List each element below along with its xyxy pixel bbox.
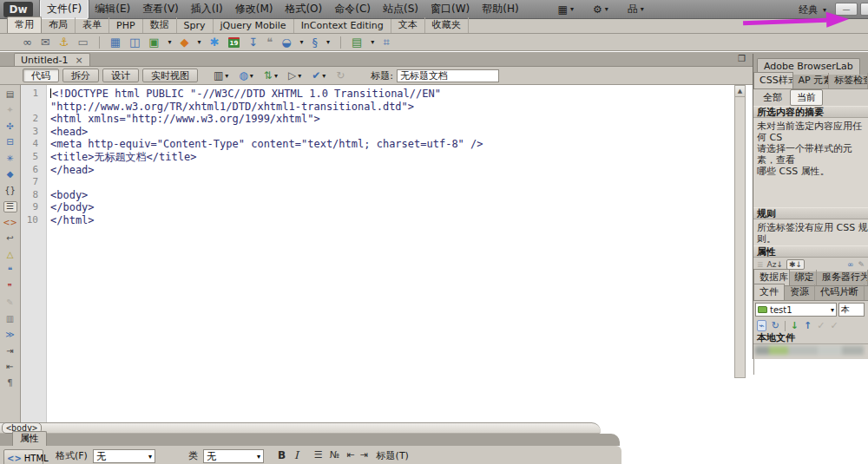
vertical-scrollbar[interactable]: ▲: [734, 85, 746, 378]
menu-view[interactable]: 查看(V): [136, 0, 185, 18]
tab-common[interactable]: 常用: [7, 16, 42, 33]
maximize-button[interactable]: [860, 3, 868, 16]
tab-jquery-mobile[interactable]: jQuery Mobile: [214, 19, 294, 33]
class-dropdown[interactable]: 无 ▾: [203, 449, 264, 463]
tab-ap-elements[interactable]: AP 元素: [793, 73, 830, 88]
collapse-selection-icon[interactable]: ⊟: [3, 137, 17, 148]
check-in-icon[interactable]: ✓: [831, 321, 838, 330]
scroll-up-icon[interactable]: ▲: [735, 86, 745, 97]
move-css-icon[interactable]: ≫: [3, 330, 17, 341]
apply-comment-icon[interactable]: ❝: [3, 265, 17, 277]
tab-layout[interactable]: 布局: [42, 17, 76, 33]
script-icon[interactable]: §: [312, 36, 319, 48]
table-icon[interactable]: ▦: [110, 36, 121, 48]
current-mode-button[interactable]: 当前: [790, 89, 823, 106]
head-icon[interactable]: ◒: [281, 36, 291, 48]
remove-comment-icon[interactable]: ❞: [3, 281, 17, 292]
put-files-icon[interactable]: ↑: [804, 321, 812, 330]
tab-forms[interactable]: 表单: [76, 17, 109, 33]
html-mode-button[interactable]: <> HTML: [3, 449, 43, 464]
format-dropdown[interactable]: 无 ▾: [93, 449, 155, 463]
ordered-list-icon[interactable]: №: [330, 449, 339, 461]
edit-rule-icon[interactable]: ✎: [858, 260, 865, 269]
extend-gear-icon[interactable]: ⚙▾: [593, 3, 608, 16]
tab-data[interactable]: 数据: [143, 17, 177, 33]
file-row-redacted[interactable]: [753, 344, 868, 356]
live-view-options-icon[interactable]: ▷▾: [288, 69, 301, 82]
outdent-icon[interactable]: ⇤: [3, 362, 17, 373]
tag-chooser-icon[interactable]: ⌗: [383, 36, 389, 48]
widget-icon[interactable]: ✱: [210, 36, 220, 48]
indent-text-icon[interactable]: ⇥: [359, 449, 367, 461]
menu-edit[interactable]: 编辑(E): [89, 0, 136, 18]
highlight-invalid-code-icon[interactable]: <>: [3, 217, 17, 228]
connect-remote-icon[interactable]: ⌁: [757, 320, 766, 331]
sort-az-icon[interactable]: Az↓: [767, 260, 783, 269]
italic-button[interactable]: I: [294, 449, 299, 461]
menu-help[interactable]: 帮助(H): [476, 0, 524, 18]
site-setup-icon[interactable]: 品▾: [628, 2, 644, 16]
code-navigator-icon[interactable]: ✦: [3, 105, 17, 116]
comment-icon[interactable]: ❝: [266, 36, 273, 48]
refresh-files-icon[interactable]: ↻: [772, 321, 779, 330]
tab-bindings[interactable]: 绑定: [790, 270, 817, 285]
menu-commands[interactable]: 命令(C): [328, 0, 377, 18]
menu-window[interactable]: 窗口(W): [424, 0, 476, 18]
file-management-icon[interactable]: ⇅▾: [264, 69, 278, 82]
open-documents-icon[interactable]: ▤: [3, 88, 17, 100]
code-view-button[interactable]: 代码: [23, 69, 59, 82]
format-source-code-icon[interactable]: ¶: [3, 377, 17, 389]
chevron-down-icon[interactable]: ▾: [300, 38, 304, 46]
show-category-view-icon[interactable]: ≣: [757, 260, 764, 269]
chevron-down-icon[interactable]: ▾: [326, 38, 330, 46]
wrap-tag-icon[interactable]: ✎: [3, 297, 17, 309]
w3c-validation-icon[interactable]: ✔▾: [312, 69, 326, 82]
chevron-down-icon[interactable]: ▾: [198, 38, 201, 46]
tab-css-styles[interactable]: CSS样式: [753, 72, 793, 88]
refresh-icon[interactable]: ↻: [336, 69, 345, 82]
tab-text[interactable]: 文本: [391, 17, 425, 33]
tab-snippets[interactable]: 代码片断: [815, 284, 865, 300]
document-tab[interactable]: Untitled-1 ×: [14, 53, 90, 66]
float-panel-icon[interactable]: ❐: [738, 54, 746, 63]
horizontal-rule-icon[interactable]: ▭: [77, 36, 88, 48]
bold-button[interactable]: B: [278, 449, 286, 461]
email-link-icon[interactable]: ✉: [41, 36, 50, 48]
collapse-full-tag-icon[interactable]: ✣: [3, 121, 17, 132]
preview-browser-icon[interactable]: ◍▾: [239, 69, 253, 82]
close-icon[interactable]: ×: [75, 55, 82, 66]
chevron-down-icon[interactable]: ▾: [168, 38, 172, 46]
menu-format[interactable]: 格式(O): [279, 0, 328, 18]
get-files-icon[interactable]: ↓: [791, 321, 799, 330]
menu-modify[interactable]: 修改(M): [229, 0, 279, 18]
server-include-icon[interactable]: ↧: [248, 36, 258, 48]
local-view-dropdown[interactable]: 本: [838, 303, 865, 317]
tab-incontext-editing[interactable]: InContext Editing: [294, 19, 391, 33]
outdent-text-icon[interactable]: ⇤: [346, 449, 354, 461]
image-icon[interactable]: ▣: [148, 36, 159, 48]
all-mode-button[interactable]: 全部: [757, 90, 788, 105]
indent-icon[interactable]: ⇥: [3, 345, 17, 356]
unordered-list-icon[interactable]: ☰: [314, 449, 323, 461]
tab-favorites[interactable]: 收藏夹: [425, 17, 469, 33]
attach-stylesheet-icon[interactable]: ∞: [847, 260, 854, 269]
named-anchor-icon[interactable]: ⚓: [59, 36, 69, 48]
menu-site[interactable]: 站点(S): [377, 0, 424, 18]
expand-all-icon[interactable]: ✳: [3, 153, 17, 164]
layout-switcher-icon[interactable]: ▦▾: [558, 3, 574, 16]
chevron-down-icon[interactable]: ▾: [371, 38, 374, 46]
syntax-error-alerts-icon[interactable]: △: [3, 249, 17, 260]
site-dropdown[interactable]: test1 ▾: [755, 303, 837, 317]
hyperlink-icon[interactable]: ∞: [23, 36, 32, 48]
multiscreen-icon[interactable]: ▥▾: [214, 69, 228, 82]
date-icon[interactable]: 19: [228, 37, 240, 48]
menu-file[interactable]: 文件(F): [40, 0, 89, 19]
tab-assets[interactable]: 资源: [785, 284, 815, 300]
tab-files[interactable]: 文件: [753, 284, 785, 300]
line-numbers-icon[interactable]: ☰: [3, 201, 17, 212]
design-view-button[interactable]: 设计: [102, 69, 139, 82]
tab-tag-inspector[interactable]: 标签检查: [829, 73, 868, 88]
doc-title-input[interactable]: [397, 69, 499, 82]
split-view-button[interactable]: 拆分: [62, 69, 99, 82]
tab-spry[interactable]: Spry: [177, 19, 214, 33]
